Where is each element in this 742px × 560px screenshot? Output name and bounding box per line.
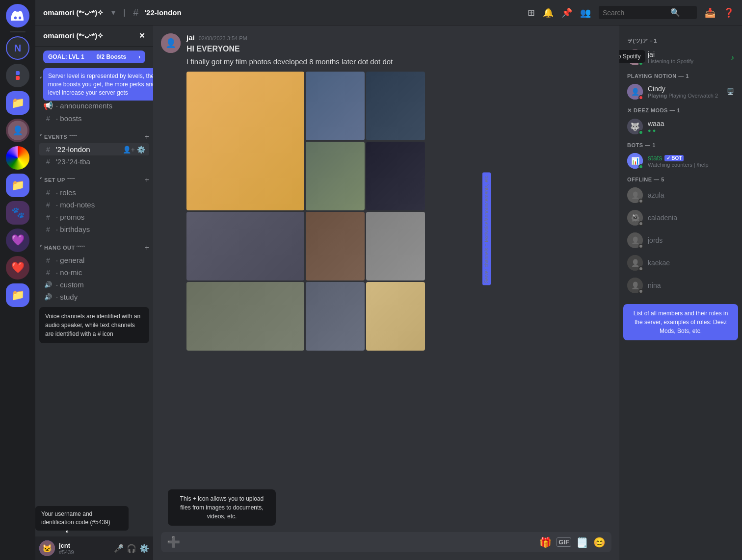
channel-birthdays-name: · birthdays	[56, 225, 90, 233]
user-controls: 🎤 🎧 ⚙️	[114, 544, 149, 553]
gif-button[interactable]: GIF	[556, 537, 571, 547]
pin-icon[interactable]: 📌	[561, 7, 572, 18]
settings-button[interactable]: ⚙️	[139, 544, 149, 553]
voice-channel-tooltip: Voice channels are identified with an au…	[39, 307, 149, 343]
server-header[interactable]: omamori (*ᵕᴗᵕ*)✧ ✕	[35, 25, 153, 47]
server-icon-rainbow[interactable]	[6, 146, 29, 170]
nina-status-dot	[638, 289, 643, 294]
member-stats-bot[interactable]: 📊 stats ✓ BOT Watching counters | /help	[623, 150, 738, 172]
member-avatar-jords: 👤	[627, 232, 643, 248]
roles-channel-icon: #	[43, 189, 53, 197]
channel-22-london[interactable]: # '22-london 👤+ ⚙️	[39, 143, 149, 155]
message-avatar-jai: 👤	[161, 33, 181, 53]
help-icon[interactable]: ❓	[723, 7, 734, 18]
channel-general-name: · general	[56, 256, 84, 264]
member-caladenia[interactable]: 🌺 caladenia	[623, 207, 738, 229]
jords-status-dot	[638, 244, 643, 249]
category-events-add[interactable]: +	[145, 132, 149, 141]
hashtag-icon[interactable]: ⊞	[528, 7, 535, 18]
boost-chevron: ›	[138, 53, 140, 60]
member-name-waaa: waaa	[648, 120, 734, 127]
activity-status-tooltip: Activity status. example: Listening to S…	[619, 50, 645, 63]
username-tooltip: Your username and identification code (#…	[35, 506, 129, 531]
gift-button[interactable]: 🎁	[539, 536, 552, 548]
member-nina[interactable]: 👤 nina	[623, 275, 738, 296]
member-avatar-stats: 📊	[627, 153, 643, 169]
mic-button[interactable]: 🎤	[114, 544, 124, 553]
server-icon-n[interactable]: N	[6, 36, 29, 60]
member-cindy[interactable]: 👤 Cindy Playing Playing Overwatch 2 🖥️	[623, 81, 738, 102]
channel-study[interactable]: 🔊 · study	[39, 291, 149, 303]
boost-bar: GOAL: LVL 1 0/2 Boosts › Server level is…	[35, 47, 153, 67]
person-add-icon[interactable]: 👤+	[123, 146, 135, 153]
channel-promos[interactable]: # · promos	[39, 211, 149, 223]
photo-2	[306, 72, 365, 140]
search-input[interactable]	[603, 9, 666, 17]
add-file-button[interactable]: ➕	[167, 536, 180, 549]
channel-23-24-name: '23-'24-tba	[56, 157, 90, 166]
server-title: omamori (*ᵕᴗᵕ*)✧	[43, 31, 104, 40]
channel-birthdays[interactable]: # · birthdays	[39, 223, 149, 235]
channel-22-london-name: '22-london	[56, 145, 90, 153]
chat-input-wrapper: ➕ 🎁 GIF 🗒️ 😊	[161, 532, 611, 552]
member-name-nina: nina	[648, 281, 734, 289]
channel-no-mic[interactable]: # · no-mic	[39, 266, 149, 279]
chat-input-area: This + icon allows you to upload files f…	[153, 532, 619, 560]
sidebar-annotation: Server channels = text/voice/announcemen…	[482, 173, 491, 285]
channel-boosts[interactable]: # · boosts	[39, 112, 149, 125]
spotify-icon: ♪	[731, 53, 734, 61]
category-hangout: ˅ HANG OUT ˜˜˜˜ +	[35, 235, 153, 254]
channel-announcements[interactable]: 📢 · announcements	[39, 99, 149, 112]
member-info-azula: azula	[648, 191, 734, 199]
member-jords[interactable]: 👤 jords	[623, 229, 738, 251]
channel-roles[interactable]: # · roles	[39, 186, 149, 199]
server-icon-cross[interactable]	[6, 64, 29, 87]
birthdays-channel-icon: #	[43, 226, 53, 233]
settings-icon[interactable]: ⚙️	[137, 146, 145, 153]
boost-bar-inner[interactable]: GOAL: LVL 1 0/2 Boosts ›	[43, 51, 145, 63]
title-bar-dropdown[interactable]: ▾	[111, 8, 115, 17]
search-bar[interactable]: 🔍	[599, 6, 697, 19]
member-info-cindy: Cindy Playing Playing Overwatch 2	[648, 85, 722, 99]
promos-channel-icon: #	[43, 213, 53, 221]
category-hangout-add[interactable]: +	[145, 243, 149, 252]
photo-3	[366, 72, 425, 140]
server-icon-folder2[interactable]: 📁	[6, 174, 29, 197]
channel-general[interactable]: # · general	[39, 254, 149, 266]
members-icon[interactable]: 👥	[580, 7, 591, 18]
channel-23-24-tba[interactable]: # '23-'24-tba	[39, 155, 149, 168]
inbox-icon[interactable]: 📥	[705, 7, 716, 18]
message-header-jai: jai 02/08/2023 3:54 PM	[186, 33, 611, 42]
user-name-display: jcnt	[59, 542, 110, 549]
server-icon-cat[interactable]: 🐾	[6, 201, 29, 225]
message-author-jai: jai	[186, 33, 195, 42]
sticker-button[interactable]: 🗒️	[576, 536, 588, 548]
title-bar-icons: ⊞ 🔔 📌 👥 🔍 📥 ❓	[528, 6, 734, 19]
discord-home-button[interactable]	[6, 4, 29, 27]
bell-icon[interactable]: 🔔	[543, 7, 554, 18]
chat-input-field[interactable]	[185, 532, 534, 552]
channel-mod-notes[interactable]: # · mod-notes	[39, 199, 149, 211]
members-deez-mods-section: ✕ DEEZ MODS — 1	[623, 103, 738, 116]
member-activity-waaa: ●●	[648, 127, 734, 133]
member-info-jai: jai Listening to Spotify	[648, 51, 726, 64]
member-waaa[interactable]: 🐺 waaa ●●	[623, 116, 738, 137]
server-icon-person1[interactable]: 👤	[6, 119, 29, 142]
server-icon-folder1[interactable]: 📁	[6, 91, 29, 115]
member-azula[interactable]: 👤 azula	[623, 184, 738, 206]
channel-custom[interactable]: 🔊 · custom	[39, 279, 149, 291]
server-icon-heart[interactable]: ❤️	[6, 256, 29, 280]
category-setup-add[interactable]: +	[145, 176, 149, 184]
server-icon-folder3[interactable]: 📁	[6, 283, 29, 307]
photo-5	[366, 142, 425, 210]
photo-10	[306, 282, 365, 351]
emoji-button[interactable]: 😊	[593, 536, 606, 548]
server-icon-anime[interactable]: 💜	[6, 229, 29, 252]
channel-item-icons: 👤+ ⚙️	[123, 146, 145, 153]
channel-sidebar-scroll: ˅ (˶ᵔᵕᵔ˵) + 📋 · information 📢 · announce…	[35, 67, 153, 536]
headset-button[interactable]: 🎧	[127, 544, 136, 553]
kaekae-status-dot	[638, 266, 643, 271]
23-24-channel-icon: #	[43, 158, 53, 166]
member-kaekae[interactable]: 👤 kaekae	[623, 252, 738, 274]
boost-goal-label: GOAL: LVL 1	[48, 53, 84, 60]
